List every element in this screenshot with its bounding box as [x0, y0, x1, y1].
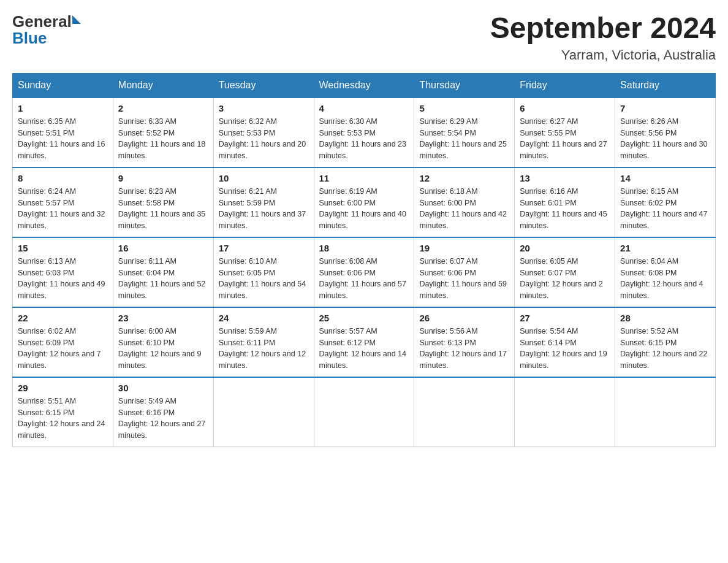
day-number: 25	[319, 313, 409, 323]
day-number: 13	[520, 173, 610, 183]
day-info: Sunrise: 6:13 AM Sunset: 6:03 PM Dayligh…	[18, 256, 108, 302]
page-header: General Blue September 2024 Yarram, Vict…	[12, 12, 716, 63]
day-info: Sunrise: 6:23 AM Sunset: 5:58 PM Dayligh…	[118, 186, 208, 232]
day-number: 10	[219, 173, 309, 183]
day-info: Sunrise: 6:00 AM Sunset: 6:10 PM Dayligh…	[118, 326, 208, 372]
col-saturday: Saturday	[615, 73, 716, 98]
day-info: Sunrise: 6:33 AM Sunset: 5:52 PM Dayligh…	[118, 116, 208, 162]
day-number: 24	[219, 313, 309, 323]
day-number: 18	[319, 243, 409, 253]
table-row: 15 Sunrise: 6:13 AM Sunset: 6:03 PM Dayl…	[13, 237, 113, 307]
day-number: 3	[219, 103, 309, 113]
day-info: Sunrise: 6:29 AM Sunset: 5:54 PM Dayligh…	[419, 116, 509, 162]
day-number: 5	[419, 103, 509, 113]
day-number: 28	[620, 313, 710, 323]
day-info: Sunrise: 6:18 AM Sunset: 6:00 PM Dayligh…	[419, 186, 509, 232]
day-number: 7	[620, 103, 710, 113]
col-sunday: Sunday	[13, 73, 113, 98]
table-row: 21 Sunrise: 6:04 AM Sunset: 6:08 PM Dayl…	[615, 237, 716, 307]
day-info: Sunrise: 6:15 AM Sunset: 6:02 PM Dayligh…	[620, 186, 710, 232]
table-row: 17 Sunrise: 6:10 AM Sunset: 6:05 PM Dayl…	[213, 237, 314, 307]
day-info: Sunrise: 6:16 AM Sunset: 6:01 PM Dayligh…	[520, 186, 610, 232]
day-number: 29	[18, 383, 108, 393]
calendar-header: Sunday Monday Tuesday Wednesday Thursday…	[13, 73, 716, 98]
table-row: 25 Sunrise: 5:57 AM Sunset: 6:12 PM Dayl…	[314, 307, 414, 377]
table-row: 12 Sunrise: 6:18 AM Sunset: 6:00 PM Dayl…	[414, 167, 515, 237]
day-number: 23	[118, 313, 208, 323]
table-row: 30 Sunrise: 5:49 AM Sunset: 6:16 PM Dayl…	[113, 377, 213, 447]
table-row: 1 Sunrise: 6:35 AM Sunset: 5:51 PM Dayli…	[13, 98, 113, 167]
table-row: 22 Sunrise: 6:02 AM Sunset: 6:09 PM Dayl…	[13, 307, 113, 377]
day-info: Sunrise: 6:26 AM Sunset: 5:56 PM Dayligh…	[620, 116, 710, 162]
table-row: 18 Sunrise: 6:08 AM Sunset: 6:06 PM Dayl…	[314, 237, 414, 307]
calendar-week-row: 15 Sunrise: 6:13 AM Sunset: 6:03 PM Dayl…	[13, 237, 716, 307]
col-tuesday: Tuesday	[213, 73, 314, 98]
day-number: 6	[520, 103, 610, 113]
day-number: 11	[319, 173, 409, 183]
table-row: 28 Sunrise: 5:52 AM Sunset: 6:15 PM Dayl…	[615, 307, 716, 377]
table-row	[615, 377, 716, 447]
calendar-body: 1 Sunrise: 6:35 AM Sunset: 5:51 PM Dayli…	[13, 98, 716, 447]
day-info: Sunrise: 6:32 AM Sunset: 5:53 PM Dayligh…	[219, 116, 309, 162]
day-info: Sunrise: 5:56 AM Sunset: 6:13 PM Dayligh…	[419, 326, 509, 372]
day-info: Sunrise: 5:49 AM Sunset: 6:16 PM Dayligh…	[118, 396, 208, 442]
table-row: 2 Sunrise: 6:33 AM Sunset: 5:52 PM Dayli…	[113, 98, 213, 167]
day-info: Sunrise: 6:08 AM Sunset: 6:06 PM Dayligh…	[319, 256, 409, 302]
table-row	[314, 377, 414, 447]
day-info: Sunrise: 6:35 AM Sunset: 5:51 PM Dayligh…	[18, 116, 108, 162]
day-number: 30	[118, 383, 208, 393]
day-number: 12	[419, 173, 509, 183]
table-row: 11 Sunrise: 6:19 AM Sunset: 6:00 PM Dayl…	[314, 167, 414, 237]
day-info: Sunrise: 6:21 AM Sunset: 5:59 PM Dayligh…	[219, 186, 309, 232]
col-wednesday: Wednesday	[314, 73, 414, 98]
table-row: 16 Sunrise: 6:11 AM Sunset: 6:04 PM Dayl…	[113, 237, 213, 307]
table-row	[414, 377, 515, 447]
day-info: Sunrise: 6:10 AM Sunset: 6:05 PM Dayligh…	[219, 256, 309, 302]
day-number: 14	[620, 173, 710, 183]
day-info: Sunrise: 6:05 AM Sunset: 6:07 PM Dayligh…	[520, 256, 610, 302]
location-subtitle: Yarram, Victoria, Australia	[490, 47, 716, 63]
day-info: Sunrise: 5:51 AM Sunset: 6:15 PM Dayligh…	[18, 396, 108, 442]
day-number: 22	[18, 313, 108, 323]
table-row: 26 Sunrise: 5:56 AM Sunset: 6:13 PM Dayl…	[414, 307, 515, 377]
day-info: Sunrise: 5:59 AM Sunset: 6:11 PM Dayligh…	[219, 326, 309, 372]
day-info: Sunrise: 6:27 AM Sunset: 5:55 PM Dayligh…	[520, 116, 610, 162]
logo-flag-icon	[72, 15, 81, 24]
day-info: Sunrise: 6:07 AM Sunset: 6:06 PM Dayligh…	[419, 256, 509, 302]
day-number: 16	[118, 243, 208, 253]
table-row: 10 Sunrise: 6:21 AM Sunset: 5:59 PM Dayl…	[213, 167, 314, 237]
month-year-title: September 2024	[490, 12, 716, 45]
table-row: 9 Sunrise: 6:23 AM Sunset: 5:58 PM Dayli…	[113, 167, 213, 237]
table-row: 7 Sunrise: 6:26 AM Sunset: 5:56 PM Dayli…	[615, 98, 716, 167]
day-info: Sunrise: 5:54 AM Sunset: 6:14 PM Dayligh…	[520, 326, 610, 372]
day-number: 1	[18, 103, 108, 113]
table-row: 4 Sunrise: 6:30 AM Sunset: 5:53 PM Dayli…	[314, 98, 414, 167]
day-info: Sunrise: 6:19 AM Sunset: 6:00 PM Dayligh…	[319, 186, 409, 232]
day-info: Sunrise: 6:30 AM Sunset: 5:53 PM Dayligh…	[319, 116, 409, 162]
col-monday: Monday	[113, 73, 213, 98]
days-of-week-row: Sunday Monday Tuesday Wednesday Thursday…	[13, 73, 716, 98]
day-info: Sunrise: 6:24 AM Sunset: 5:57 PM Dayligh…	[18, 186, 108, 232]
day-number: 8	[18, 173, 108, 183]
table-row: 29 Sunrise: 5:51 AM Sunset: 6:15 PM Dayl…	[13, 377, 113, 447]
day-info: Sunrise: 6:11 AM Sunset: 6:04 PM Dayligh…	[118, 256, 208, 302]
table-row	[213, 377, 314, 447]
day-number: 4	[319, 103, 409, 113]
day-number: 20	[520, 243, 610, 253]
day-number: 17	[219, 243, 309, 253]
calendar-week-row: 8 Sunrise: 6:24 AM Sunset: 5:57 PM Dayli…	[13, 167, 716, 237]
day-info: Sunrise: 6:04 AM Sunset: 6:08 PM Dayligh…	[620, 256, 710, 302]
table-row: 24 Sunrise: 5:59 AM Sunset: 6:11 PM Dayl…	[213, 307, 314, 377]
day-number: 15	[18, 243, 108, 253]
logo-blue-text: Blue	[12, 29, 47, 48]
table-row: 6 Sunrise: 6:27 AM Sunset: 5:55 PM Dayli…	[515, 98, 615, 167]
day-number: 19	[419, 243, 509, 253]
table-row: 27 Sunrise: 5:54 AM Sunset: 6:14 PM Dayl…	[515, 307, 615, 377]
table-row: 14 Sunrise: 6:15 AM Sunset: 6:02 PM Dayl…	[615, 167, 716, 237]
day-number: 26	[419, 313, 509, 323]
calendar-table: Sunday Monday Tuesday Wednesday Thursday…	[12, 73, 716, 447]
table-row: 19 Sunrise: 6:07 AM Sunset: 6:06 PM Dayl…	[414, 237, 515, 307]
day-info: Sunrise: 5:57 AM Sunset: 6:12 PM Dayligh…	[319, 326, 409, 372]
table-row: 20 Sunrise: 6:05 AM Sunset: 6:07 PM Dayl…	[515, 237, 615, 307]
calendar-week-row: 29 Sunrise: 5:51 AM Sunset: 6:15 PM Dayl…	[13, 377, 716, 447]
